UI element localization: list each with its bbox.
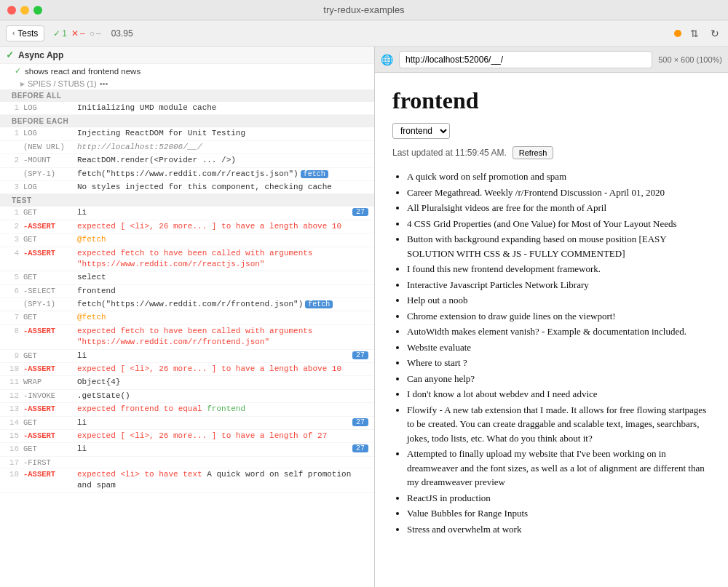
log-type: WRAP [23, 378, 74, 386]
list-item: Website evaluate [407, 340, 711, 355]
list-item: Attempted to finally upload my website t… [407, 447, 711, 490]
list-item: Chrome extension to draw guide lines on … [407, 309, 711, 324]
url-bar[interactable] [399, 51, 652, 68]
log-type-assert: -ASSERT [23, 327, 74, 335]
list-item: A quick word on self promotion and spam [407, 169, 711, 184]
log-content: .getState() [77, 391, 368, 402]
log-row: 18 -ASSERT expected <li> to have text A … [0, 468, 374, 493]
suite-header: ✓ Async App [0, 47, 374, 64]
subreddit-select-wrapper: frontend reactjs [392, 123, 711, 146]
close-button[interactable] [7, 6, 16, 15]
log-content: @fetch [77, 234, 368, 245]
test-counts: ✓ 1 ✕ – ○ – [53, 28, 100, 39]
fetch-badge: fetch [305, 300, 333, 308]
log-num: 7 [6, 313, 19, 322]
tests-button[interactable]: ‹ Tests [6, 25, 44, 41]
assert-value-green: frontend [207, 404, 245, 413]
browser-content: frontend frontend reactjs Last updated a… [375, 73, 728, 587]
fetch-badge: fetch [301, 170, 328, 178]
list-item: I found this new frontend development fr… [407, 262, 711, 276]
log-type-assert: -ASSERT [23, 364, 74, 373]
count-badge: 27 [352, 444, 368, 452]
test-name-row[interactable]: ✓ shows react and frontend news [0, 64, 374, 78]
log-num: 15 [6, 431, 19, 440]
log-num: 9 [6, 351, 19, 360]
log-type: GET [23, 418, 74, 427]
log-type: LOG [23, 129, 74, 137]
log-content-assert: expected frontend to equal frontend [77, 404, 368, 415]
assert-value-red: frontend [120, 404, 159, 413]
log-row: 11 WRAP Object{4} [0, 376, 374, 389]
log-type-assert: -ASSERT [23, 249, 74, 257]
status-dot [674, 30, 681, 37]
log-row: 8 -ASSERT expected fetch to have been ca… [0, 325, 374, 350]
log-type: GET [23, 351, 74, 360]
tests-label: Tests [17, 28, 38, 39]
log-content: @fetch [77, 312, 368, 323]
log-num: 18 [6, 470, 19, 479]
pass-count: ✓ 1 [53, 28, 67, 39]
left-panel: ✓ Async App ✓ shows react and frontend n… [0, 47, 375, 587]
test-check-icon: ✓ [15, 66, 21, 76]
log-row: 2 -MOUNT ReactDOM.render(<Provider ... /… [0, 154, 374, 167]
count-badge: 27 [352, 351, 368, 359]
x-icon: ✕ [71, 28, 79, 39]
log-content: Initializing UMD module cache [77, 103, 368, 113]
list-item: Interactive Javascript Particles Network… [407, 278, 711, 292]
log-num: 3 [6, 183, 19, 191]
log-num: 2 [6, 222, 19, 231]
list-item: Career Megathread. Weekly /r/Frontend Di… [407, 185, 711, 200]
log-num: 11 [6, 378, 19, 386]
log-content: ReactDOM.render(<Provider ... />) [77, 155, 368, 166]
minimize-button[interactable] [20, 6, 29, 15]
log-num: 14 [6, 418, 19, 427]
section-before-each: BEFORE EACH [0, 115, 374, 127]
suite-name: Async App [18, 50, 63, 60]
maximize-button[interactable] [33, 6, 42, 15]
count-badge: 27 [352, 418, 368, 426]
refresh-button[interactable]: Refresh [513, 146, 554, 159]
log-content-url: http://localhost:52006/__/ [77, 142, 368, 153]
browser-toolbar: 🌐 500 × 600 (100%) [375, 47, 728, 73]
log-row: 12 -INVOKE .getState() [0, 390, 374, 403]
log-type: GET [23, 235, 74, 244]
log-row: (SPY-1) fetch("https://www.reddit.com/r/… [0, 298, 374, 311]
log-num: 1 [6, 103, 19, 112]
skip-count: ○ – [90, 28, 101, 39]
log-content-assert: expected [ <li>, 26 more... ] to have a … [77, 431, 368, 442]
list-item: Button with background expanding based o… [407, 232, 711, 260]
log-content: li [77, 444, 349, 455]
log-type: LOG [23, 183, 74, 191]
log-num: 1 [6, 129, 19, 137]
log-content: select [77, 272, 368, 283]
log-content-assert: expected fetch to have been called with … [77, 248, 368, 271]
refresh-icon[interactable]: ↻ [708, 26, 722, 41]
log-row: 13 -ASSERT expected frontend to equal fr… [0, 403, 374, 416]
log-content: fetch("https://www.reddit.com/r/frontend… [77, 299, 368, 310]
fail-count: ✕ – [71, 28, 85, 39]
log-row: 14 GET li 27 [0, 417, 374, 430]
log-type: (SPY-1) [23, 169, 74, 178]
log-type: GET [23, 208, 74, 217]
window-controls [7, 6, 42, 15]
subreddit-select[interactable]: frontend reactjs [392, 123, 450, 139]
list-item: Value Bubbles for Range Inputs [407, 506, 711, 521]
list-item: Can anyone help? [407, 372, 711, 386]
orange-fetch-text: @fetch [77, 313, 106, 322]
log-content-assert: expected <li> to have text A quick word … [77, 469, 368, 492]
log-type: GET [23, 444, 74, 453]
right-panel: 🌐 500 × 600 (100%) frontend frontend rea… [375, 47, 728, 587]
log-num: 5 [6, 273, 19, 281]
log-row: (NEW URL) http://localhost:52006/__/ [0, 141, 374, 154]
log-num: 13 [6, 404, 19, 413]
log-num: 2 [6, 156, 19, 164]
last-updated: Last updated at 11:59:45 AM. Refresh [392, 146, 711, 159]
log-content-assert: expected fetch to have been called with … [77, 326, 368, 348]
log-type-assert: -ASSERT [23, 431, 74, 440]
window-title: try-redux-examples [323, 4, 404, 15]
sort-icon[interactable]: ⇅ [687, 26, 702, 41]
suite-check-icon: ✓ [6, 49, 14, 60]
assert-text-value: A quick word on self promotion and spam [77, 470, 351, 490]
spies-row[interactable]: ▶ SPIES / STUBS (1) ••• [0, 78, 374, 89]
elapsed-time: 03.95 [111, 28, 133, 39]
